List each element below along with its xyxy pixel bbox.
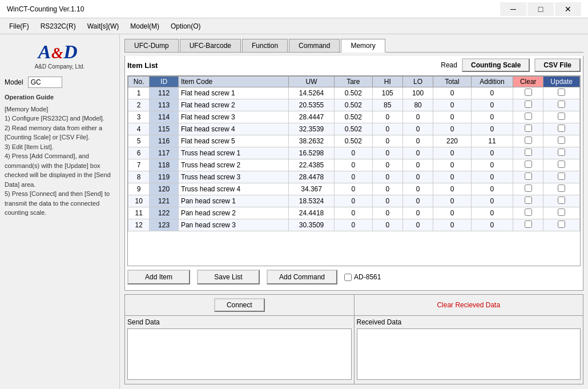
update-checkbox[interactable] [558, 89, 565, 96]
update-checkbox[interactable] [558, 113, 565, 120]
cell-clear[interactable] [513, 147, 543, 159]
cell-update[interactable] [543, 171, 580, 183]
update-checkbox[interactable] [558, 149, 565, 156]
cell-clear[interactable] [513, 135, 543, 147]
cell-total: 0 [433, 111, 472, 123]
ad8561-checkbox[interactable] [344, 274, 352, 281]
cell-update[interactable] [543, 147, 580, 159]
clear-checkbox[interactable] [525, 208, 532, 216]
cell-no: 5 [128, 135, 150, 147]
update-checkbox[interactable] [558, 101, 565, 108]
clear-checkbox[interactable] [525, 125, 532, 132]
update-checkbox[interactable] [558, 185, 565, 192]
menu-wait[interactable]: Wait[s](W) [83, 21, 124, 31]
update-checkbox[interactable] [558, 137, 565, 144]
update-checkbox[interactable] [558, 125, 565, 132]
cell-no: 12 [128, 219, 150, 231]
cell-update[interactable] [543, 135, 580, 147]
cell-tare: 0.502 [335, 123, 373, 135]
clear-checkbox[interactable] [525, 173, 532, 180]
menu-option[interactable]: Option(O) [166, 21, 206, 31]
cell-clear[interactable] [513, 219, 543, 231]
received-data-textarea[interactable] [357, 328, 581, 380]
cell-update[interactable] [543, 219, 580, 231]
cell-update[interactable] [543, 183, 580, 195]
update-checkbox[interactable] [558, 220, 565, 228]
cell-clear[interactable] [513, 87, 543, 99]
update-checkbox[interactable] [558, 173, 565, 180]
col-header-lo: LO [402, 77, 433, 87]
minimize-button[interactable]: ─ [500, 2, 526, 16]
cell-item-code: Truss head screw 2 [178, 159, 288, 171]
clear-checkbox[interactable] [525, 185, 532, 192]
cell-total: 0 [433, 147, 472, 159]
connect-button[interactable]: Connect [214, 298, 265, 312]
col-header-item-code: Item Code [178, 77, 288, 87]
cell-update[interactable] [543, 195, 580, 207]
counting-scale-button[interactable]: Counting Scale [462, 58, 530, 72]
cell-clear[interactable] [513, 171, 543, 183]
ad8561-checkbox-label[interactable]: AD-8561 [344, 273, 381, 281]
update-checkbox[interactable] [558, 208, 565, 216]
cell-total: 0 [433, 123, 472, 135]
csv-file-button[interactable]: CSV File [534, 58, 581, 72]
cell-update[interactable] [543, 207, 580, 219]
maximize-button[interactable]: □ [527, 2, 554, 16]
cell-clear[interactable] [513, 183, 543, 195]
cell-clear[interactable] [513, 159, 543, 171]
cell-update[interactable] [543, 159, 580, 171]
clear-checkbox[interactable] [525, 101, 532, 108]
cell-clear[interactable] [513, 195, 543, 207]
menu-model[interactable]: Model(M) [126, 21, 164, 31]
clear-checkbox[interactable] [525, 89, 532, 96]
update-checkbox[interactable] [558, 196, 565, 204]
tab-function[interactable]: Function [242, 39, 288, 52]
cell-clear[interactable] [513, 123, 543, 135]
model-input[interactable] [28, 77, 62, 88]
cell-lo: 100 [402, 87, 433, 99]
send-data-panel: Send Data [125, 316, 355, 384]
cell-update[interactable] [543, 99, 580, 111]
close-button[interactable]: ✕ [555, 2, 581, 16]
received-data-label: Received Data [357, 318, 581, 326]
cell-tare: 0 [335, 147, 373, 159]
clear-checkbox[interactable] [525, 149, 532, 156]
tab-ufc-barcode[interactable]: UFC-Barcode [180, 39, 241, 52]
cell-lo: 80 [402, 99, 433, 111]
cell-uw: 24.4418 [289, 207, 335, 219]
cell-addition: 0 [471, 183, 513, 195]
menu-file[interactable]: File(F) [5, 21, 34, 31]
clear-checkbox[interactable] [525, 137, 532, 144]
add-item-button[interactable]: Add Item [127, 270, 190, 284]
save-list-button[interactable]: Save List [197, 270, 260, 284]
clear-received-data-link[interactable]: Clear Recieved Data [437, 301, 500, 309]
cell-update[interactable] [543, 123, 580, 135]
cell-clear[interactable] [513, 99, 543, 111]
cell-update[interactable] [543, 111, 580, 123]
cell-addition: 0 [471, 123, 513, 135]
clear-checkbox[interactable] [525, 113, 532, 120]
cell-addition: 11 [471, 135, 513, 147]
title-text: WinCT-Counting Ver.1.10 [7, 5, 84, 13]
cell-addition: 0 [471, 195, 513, 207]
send-data-textarea[interactable] [127, 328, 352, 380]
clear-checkbox[interactable] [525, 220, 532, 228]
menu-rs232c[interactable]: RS232C(R) [36, 21, 80, 31]
add-command-button[interactable]: Add Command [267, 270, 337, 284]
table-row: 7 118 Truss head screw 2 22.4385 0 0 0 0… [128, 159, 580, 171]
cell-tare: 0 [335, 207, 373, 219]
tab-memory[interactable]: Memory [341, 39, 385, 53]
cell-uw: 34.367 [289, 183, 335, 195]
clear-checkbox[interactable] [525, 196, 532, 204]
clear-recv-area[interactable]: Clear Recieved Data [355, 295, 583, 315]
cell-clear[interactable] [513, 207, 543, 219]
tab-ufc-dump[interactable]: UFC-Dump [124, 39, 179, 52]
clear-checkbox[interactable] [525, 161, 532, 168]
cell-tare: 0 [335, 183, 373, 195]
update-checkbox[interactable] [558, 161, 565, 168]
cell-item-code: Truss head screw 4 [178, 183, 288, 195]
tab-command[interactable]: Command [289, 39, 340, 52]
cell-clear[interactable] [513, 111, 543, 123]
cell-id: 113 [150, 99, 179, 111]
cell-update[interactable] [543, 87, 580, 99]
